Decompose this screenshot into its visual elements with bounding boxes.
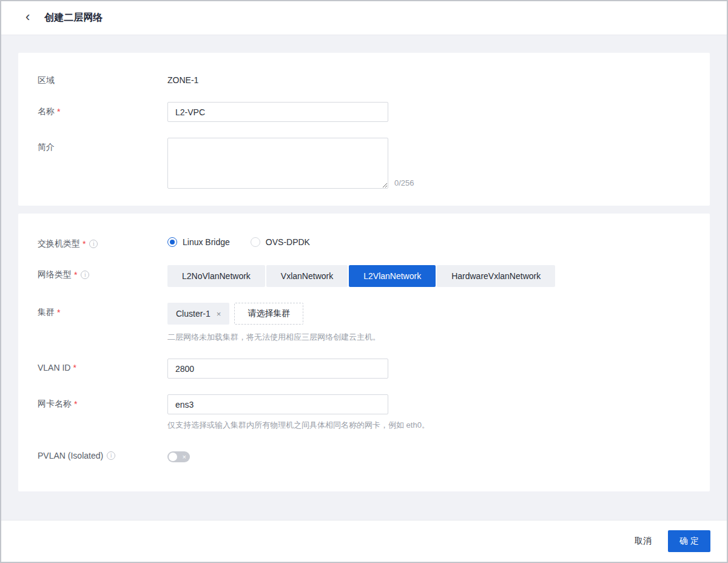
radio-linux-bridge[interactable]: Linux Bridge [167,237,230,247]
required-marker: * [74,399,77,409]
basic-info-card: 区域 ZONE-1 名称 * 简介 [18,53,710,206]
required-marker: * [73,363,76,373]
required-marker: * [57,107,60,116]
zone-label-text: 区域 [38,75,55,86]
required-marker: * [83,239,86,249]
cancel-button[interactable]: 取消 [635,536,652,547]
vlan-id-label-text: VLAN ID [38,363,70,373]
radio-label: Linux Bridge [183,237,230,247]
nic-name-hint: 仅支持选择或输入集群内所有物理机之间具体相同名称的网卡，例如 eth0。 [167,420,690,431]
cluster-tag: Cluster-1 × [167,303,229,325]
info-icon[interactable]: i [81,271,89,279]
form-content: 区域 ZONE-1 名称 * 简介 [1,35,727,520]
switch-type-label-text: 交换机类型 [38,238,80,249]
pvlan-toggle[interactable]: × [167,451,190,462]
name-label: 名称 * [38,102,167,117]
switch-type-label: 交换机类型 * i [38,234,167,249]
name-row: 名称 * [38,102,690,122]
pvlan-label: PVLAN (Isolated) i [38,447,167,460]
vlan-id-input[interactable] [167,359,388,379]
nic-name-label: 网卡名称 * [38,394,167,410]
network-type-row: 网络类型 * i L2NoVlanNetwork VxlanNetwork L2… [38,265,690,287]
page-title: 创建二层网络 [44,12,103,24]
pvlan-row: PVLAN (Isolated) i × [38,447,690,465]
name-input[interactable] [167,102,388,122]
nic-name-input[interactable] [167,394,388,414]
network-type-vxlan-button[interactable]: VxlanNetwork [266,265,348,287]
network-type-l2novlan-button[interactable]: L2NoVlanNetwork [167,265,265,287]
description-label: 简介 [38,138,167,153]
cluster-row: 集群 * Cluster-1 × 请选择集群 二层网络未加载集群，将无法使用相应… [38,303,690,343]
cluster-label-text: 集群 [38,307,55,318]
cluster-hint: 二层网络未加载集群，将无法使用相应三层网络创建云主机。 [167,332,690,343]
zone-label: 区域 [38,71,167,86]
confirm-button[interactable]: 确 定 [668,530,710,552]
network-type-hardwarevxlan-button[interactable]: HardwareVxlanNetwork [437,265,555,287]
switch-type-row: 交换机类型 * i Linux Bridge OVS-DPDK [38,234,690,249]
required-marker: * [74,270,77,280]
footer-action-bar: 取消 确 定 [1,520,727,562]
network-type-label-text: 网络类型 [38,269,72,280]
description-label-text: 简介 [38,142,55,153]
name-label-text: 名称 [38,106,55,117]
network-settings-card: 交换机类型 * i Linux Bridge OVS-DPDK [18,214,710,491]
page-header: ‹ 创建二层网络 [1,1,727,35]
description-row: 简介 0/256 [38,138,690,189]
radio-label: OVS-DPDK [266,237,310,247]
info-icon[interactable]: i [107,451,115,460]
pvlan-label-text: PVLAN (Isolated) [38,451,103,460]
network-type-button-group: L2NoVlanNetwork VxlanNetwork L2VlanNetwo… [167,265,555,287]
cluster-tag-label: Cluster-1 [176,309,211,319]
select-cluster-button[interactable]: 请选择集群 [234,303,303,325]
radio-selected-icon [167,237,177,247]
cluster-selection: Cluster-1 × 请选择集群 [167,303,690,325]
radio-ovs-dpdk[interactable]: OVS-DPDK [251,237,310,247]
back-icon[interactable]: ‹ [24,10,31,24]
nic-name-row: 网卡名称 * 仅支持选择或输入集群内所有物理机之间具体相同名称的网卡，例如 et… [38,394,690,431]
nic-name-label-text: 网卡名称 [38,399,72,410]
info-icon[interactable]: i [89,240,98,248]
vlan-id-row: VLAN ID * [38,359,690,379]
vlan-id-label: VLAN ID * [38,359,167,373]
char-counter: 0/256 [394,178,414,189]
zone-row: 区域 ZONE-1 [38,71,690,86]
description-textarea[interactable] [167,138,388,189]
create-l2-network-page: ‹ 创建二层网络 区域 ZONE-1 名称 * [0,0,728,563]
switch-type-radio-group: Linux Bridge OVS-DPDK [167,234,690,247]
toggle-off-icon: × [183,452,186,462]
toggle-knob [169,453,177,461]
required-marker: * [57,308,60,317]
cluster-label: 集群 * [38,303,167,318]
remove-cluster-icon[interactable]: × [217,310,221,318]
network-type-l2vlan-button[interactable]: L2VlanNetwork [349,265,436,287]
radio-unselected-icon [251,237,260,247]
network-type-label: 网络类型 * i [38,265,167,280]
zone-value: ZONE-1 [167,71,690,85]
